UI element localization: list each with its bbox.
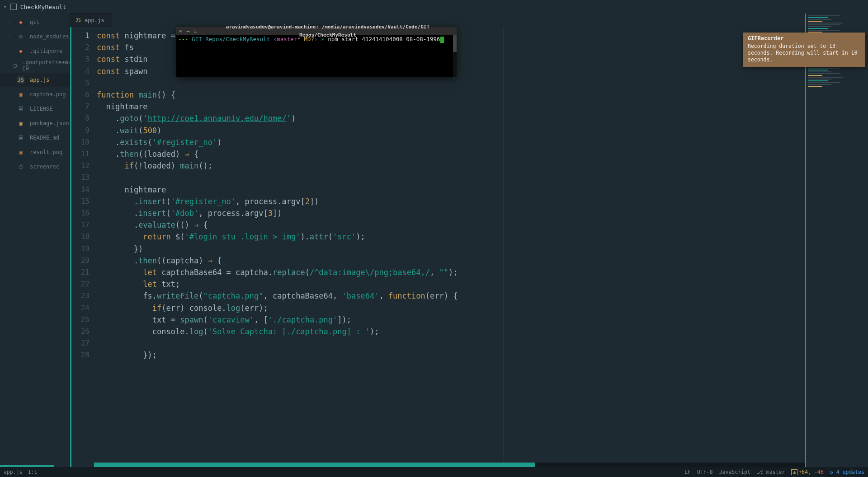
tab-label: app.js bbox=[85, 17, 104, 23]
editor-body[interactable]: 1234567891011121314151617181920212223242… bbox=[70, 27, 805, 467]
tab-appjs[interactable]: JS app.js bbox=[70, 13, 112, 27]
tree-label: .goutputstream-CH bbox=[22, 59, 71, 72]
expand-chevron-icon[interactable]: › bbox=[8, 34, 12, 39]
file-icon: ▢ bbox=[17, 163, 24, 170]
status-file[interactable]: app.js bbox=[4, 469, 23, 475]
tree-label: result.png bbox=[30, 149, 62, 155]
code-area[interactable]: const nightmare = require('nightmare')({… bbox=[94, 27, 805, 467]
line-gutter: 1234567891011121314151617181920212223242… bbox=[71, 27, 94, 467]
tree-item-node-modules[interactable]: › ⚙ node_modules bbox=[0, 30, 70, 43]
status-branch[interactable]: ⎇ master bbox=[757, 469, 785, 475]
tree-item-screenrec[interactable]: ▢ screenrec bbox=[0, 160, 70, 173]
minimap-scroll-indicator bbox=[805, 14, 806, 467]
notification-toast[interactable]: GIFRecorder Recording duration set to 13… bbox=[743, 33, 865, 67]
status-language[interactable]: JavaScript bbox=[719, 469, 750, 475]
status-encoding[interactable]: UTF-8 bbox=[697, 469, 713, 475]
status-updates[interactable]: ↻ 4 updates bbox=[830, 469, 864, 475]
terminal-scrollbar[interactable] bbox=[453, 35, 457, 77]
project-folder-icon bbox=[10, 4, 17, 10]
terminal-minimize-icon[interactable]: – bbox=[187, 27, 190, 35]
minimap[interactable] bbox=[805, 14, 868, 467]
tree-label: screenrec bbox=[30, 164, 59, 170]
updates-icon: ↻ bbox=[830, 469, 833, 475]
git-diff-icon: ± bbox=[791, 469, 797, 475]
toast-title: GIFRecorder bbox=[748, 35, 861, 42]
file-tree: › ◆ git › ⚙ node_modules ◆ .gitignore ▢ … bbox=[0, 14, 70, 467]
tree-item-git[interactable]: › ◆ git bbox=[0, 15, 70, 29]
editor-pane: JS app.js 123456789101112131415161718192… bbox=[70, 14, 805, 467]
git-branch-icon: ⎇ bbox=[757, 469, 763, 475]
tree-item-license[interactable]: ⌸ LICENSE bbox=[0, 102, 70, 116]
terminal-body[interactable]: --- GIT Repos/CheckMyResult ‹master* MD?… bbox=[176, 35, 457, 43]
tree-item-result[interactable]: ▣ result.png bbox=[0, 145, 70, 159]
tree-item-goutputstream[interactable]: ▢ .goutputstream-CH bbox=[0, 59, 70, 72]
markdown-icon: ⌸ bbox=[17, 134, 24, 141]
terminal-maximize-icon[interactable]: ▢ bbox=[194, 27, 197, 35]
editor-ruler bbox=[503, 27, 504, 467]
image-icon: ▣ bbox=[17, 91, 24, 98]
expand-chevron-icon[interactable]: › bbox=[8, 20, 12, 24]
status-cursor[interactable]: 1:1 bbox=[28, 469, 38, 475]
status-eol[interactable]: LF bbox=[684, 469, 691, 475]
terminal-close-icon[interactable]: ✕ bbox=[179, 27, 182, 35]
tree-label: LICENSE bbox=[30, 106, 53, 112]
tree-label: git bbox=[30, 19, 40, 25]
project-name: CheckMyResult bbox=[20, 4, 66, 10]
git-icon: ◆ bbox=[17, 19, 24, 26]
tree-item-gitignore[interactable]: ◆ .gitignore bbox=[0, 44, 70, 58]
license-icon: ⌸ bbox=[17, 105, 24, 112]
tree-label: package.json bbox=[30, 120, 69, 126]
editor-h-scrollbar[interactable] bbox=[94, 463, 805, 467]
image-icon: ▣ bbox=[17, 149, 24, 156]
tree-item-readme[interactable]: ⌸ README.md bbox=[0, 131, 70, 145]
terminal-cursor bbox=[440, 37, 444, 43]
tree-label: app.js bbox=[30, 77, 49, 83]
terminal-titlebar[interactable]: ✕ – ▢ aravindvasudev@aravind-machine: /m… bbox=[176, 27, 457, 35]
tree-label: .gitignore bbox=[30, 48, 62, 54]
status-git-diff[interactable]: ±+64, -46 bbox=[791, 469, 823, 475]
tree-item-package[interactable]: ▣ package.json bbox=[0, 117, 70, 130]
json-icon: ▣ bbox=[17, 120, 24, 127]
tree-item-appjs[interactable]: JS app.js bbox=[0, 73, 70, 87]
tree-item-captcha[interactable]: ▣ captcha.png bbox=[0, 88, 70, 101]
js-icon: JS bbox=[17, 76, 24, 84]
tree-label: node_modules bbox=[30, 33, 69, 40]
tree-label: captcha.png bbox=[30, 91, 66, 98]
tree-label: README.md bbox=[30, 135, 59, 141]
titlebar: ▾ CheckMyResult bbox=[0, 0, 868, 14]
project-chevron-icon[interactable]: ▾ bbox=[4, 4, 7, 10]
js-icon: JS bbox=[75, 18, 81, 23]
terminal-window[interactable]: ✕ – ▢ aravindvasudev@aravind-machine: /m… bbox=[176, 27, 457, 77]
file-icon: ▢ bbox=[14, 62, 17, 69]
gear-icon: ⚙ bbox=[17, 33, 24, 40]
git-icon: ◆ bbox=[17, 47, 24, 55]
status-bar: app.js 1:1 LF UTF-8 JavaScript ⎇ master … bbox=[0, 467, 868, 477]
toast-body: Recording duration set to 13 seconds. Re… bbox=[748, 43, 861, 63]
